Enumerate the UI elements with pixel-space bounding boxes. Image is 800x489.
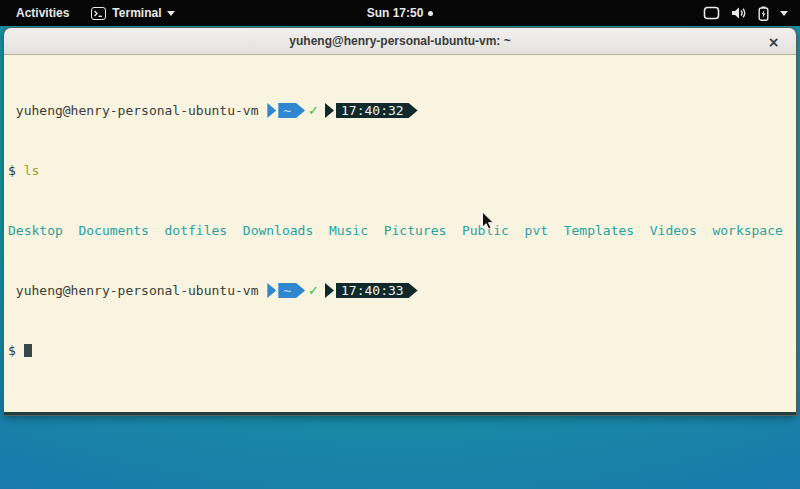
- input-line: $: [8, 343, 792, 358]
- prompt-line: yuheng@henry-personal-ubuntu-vm ~ ✓ 17:4…: [8, 283, 792, 298]
- terminal-cursor: [24, 344, 32, 357]
- prompt-line: yuheng@henry-personal-ubuntu-vm ~ ✓ 17:4…: [8, 103, 792, 118]
- prompt-path-segment: ~: [278, 283, 305, 298]
- top-bar: Activities Terminal Sun 17:50: [0, 0, 800, 26]
- chevron-down-icon: [167, 11, 175, 16]
- close-button[interactable]: ×: [765, 33, 782, 50]
- battery-charging-icon: [758, 6, 769, 21]
- notification-dot-icon: [428, 11, 433, 16]
- prompt-symbol: $: [8, 163, 24, 178]
- window-title: yuheng@henry-personal-ubuntu-vm: ~: [289, 34, 510, 48]
- system-status-menu[interactable]: [703, 0, 792, 26]
- chevron-down-icon: [780, 11, 788, 16]
- status-check-icon: ✓: [305, 103, 324, 118]
- screencast-icon: [703, 6, 720, 20]
- window-titlebar[interactable]: yuheng@henry-personal-ubuntu-vm: ~ ×: [4, 28, 796, 55]
- terminal-screen[interactable]: yuheng@henry-personal-ubuntu-vm ~ ✓ 17:4…: [4, 55, 796, 415]
- ls-output: Desktop Documents dotfiles Downloads Mus…: [8, 223, 792, 238]
- clock-label[interactable]: Sun 17:50: [367, 6, 424, 20]
- command-line: $ ls: [8, 163, 792, 178]
- prompt-time-segment: 17:40:32: [336, 103, 418, 118]
- prompt-symbol: $: [8, 343, 24, 358]
- powerline-arrow-icon: [325, 103, 334, 118]
- prompt-user: yuheng@henry-personal-ubuntu-vm: [8, 103, 266, 118]
- powerline-arrow-icon: [325, 283, 334, 298]
- prompt-user: yuheng@henry-personal-ubuntu-vm: [8, 283, 266, 298]
- command-text: ls: [24, 163, 40, 178]
- mouse-cursor-icon: [481, 211, 495, 231]
- volume-icon: [731, 6, 747, 20]
- powerline-arrow-icon: [267, 283, 276, 298]
- terminal-icon: [91, 7, 106, 20]
- app-menu-label: Terminal: [112, 6, 161, 20]
- prompt-time-segment: 17:40:33: [336, 283, 418, 298]
- terminal-window: yuheng@henry-personal-ubuntu-vm: ~ × yuh…: [4, 28, 796, 415]
- app-menu-terminal[interactable]: Terminal: [91, 6, 175, 20]
- activities-button[interactable]: Activities: [12, 4, 73, 22]
- status-check-icon: ✓: [305, 283, 324, 298]
- prompt-path-segment: ~: [278, 103, 305, 118]
- powerline-arrow-icon: [267, 103, 276, 118]
